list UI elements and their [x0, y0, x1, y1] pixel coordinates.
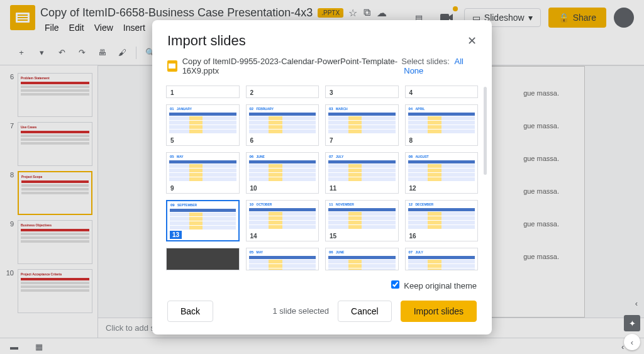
import-slide-thumb[interactable]: 03MARCH 7: [325, 104, 399, 146]
thumb-number: 12: [408, 185, 418, 192]
select-slides-label: Select slides: All None: [401, 57, 477, 75]
thumb-number: 15: [328, 233, 338, 240]
source-file: Copy of ItemID-9955-2023-Calendar-PowerP…: [167, 57, 401, 75]
cancel-button[interactable]: Cancel: [338, 301, 392, 322]
thumb-number: 13: [170, 231, 182, 239]
import-slide-thumb[interactable]: 07JULY: [405, 248, 479, 270]
import-slide-thumb[interactable]: 08AUGUST 12: [405, 152, 479, 194]
thumb-number: 4: [408, 89, 414, 96]
select-all-link[interactable]: All: [454, 57, 463, 66]
import-slide-thumb[interactable]: 1: [166, 86, 240, 98]
slides-grid[interactable]: 123401JANUARY 502FEBRUARY 603MARCH 704AP…: [152, 80, 492, 274]
thumb-number: 11: [328, 185, 338, 192]
thumb-number: 1: [169, 89, 175, 96]
import-slide-thumb[interactable]: 10OCTOBER 14: [246, 200, 319, 241]
select-none-link[interactable]: None: [404, 66, 423, 75]
selected-count: 1 slide selected: [272, 306, 329, 316]
import-slide-thumb[interactable]: 11NOVEMBER 15: [325, 200, 399, 241]
import-slide-thumb[interactable]: 02FEBRUARY 6: [246, 104, 319, 146]
import-slide-thumb[interactable]: 12DECEMBER 16: [405, 200, 479, 241]
import-button[interactable]: Import slides: [401, 301, 477, 322]
import-slide-thumb[interactable]: 04APRIL 8: [405, 104, 479, 146]
modal-title: Import slides: [167, 33, 246, 49]
scrollbar[interactable]: [484, 87, 487, 175]
thumb-number: 14: [249, 233, 258, 240]
import-slide-thumb[interactable]: 4: [405, 86, 479, 98]
import-slide-thumb[interactable]: 06JUNE 10: [246, 152, 319, 194]
import-slide-thumb[interactable]: 3: [325, 86, 399, 98]
thumb-number: 3: [328, 89, 335, 96]
import-slide-thumb[interactable]: 06JUNE: [325, 248, 399, 270]
import-slide-thumb[interactable]: 07JULY 11: [325, 152, 399, 194]
back-button[interactable]: Back: [167, 301, 213, 322]
import-slide-thumb[interactable]: 05MAY 9: [166, 152, 240, 194]
explore-button[interactable]: ✦: [624, 315, 640, 331]
import-slides-modal: Import slides ✕ Copy of ItemID-9955-2023…: [152, 20, 492, 335]
import-slide-thumb[interactable]: 05MAY: [246, 248, 319, 270]
thumb-number: 10: [249, 185, 258, 192]
modal-overlay: Import slides ✕ Copy of ItemID-9955-2023…: [0, 0, 644, 354]
import-slide-thumb[interactable]: [166, 248, 240, 270]
thumb-number: 16: [408, 233, 418, 240]
thumb-number: 8: [408, 137, 414, 144]
thumb-number: 6: [249, 137, 255, 144]
slides-file-icon: [167, 60, 177, 72]
expand-fab[interactable]: ‹: [624, 334, 640, 350]
thumb-number: 5: [169, 137, 175, 144]
import-slide-thumb[interactable]: 01JANUARY 5: [166, 104, 240, 146]
import-slide-thumb[interactable]: 2: [246, 86, 319, 98]
keep-theme-checkbox[interactable]: Keep original theme: [391, 281, 477, 290]
import-slide-thumb[interactable]: 09SEPTEMBER 13: [166, 200, 240, 241]
thumb-number: 2: [249, 89, 255, 96]
thumb-number: 9: [169, 185, 175, 192]
close-icon[interactable]: ✕: [467, 34, 477, 48]
thumb-number: 7: [328, 137, 335, 144]
